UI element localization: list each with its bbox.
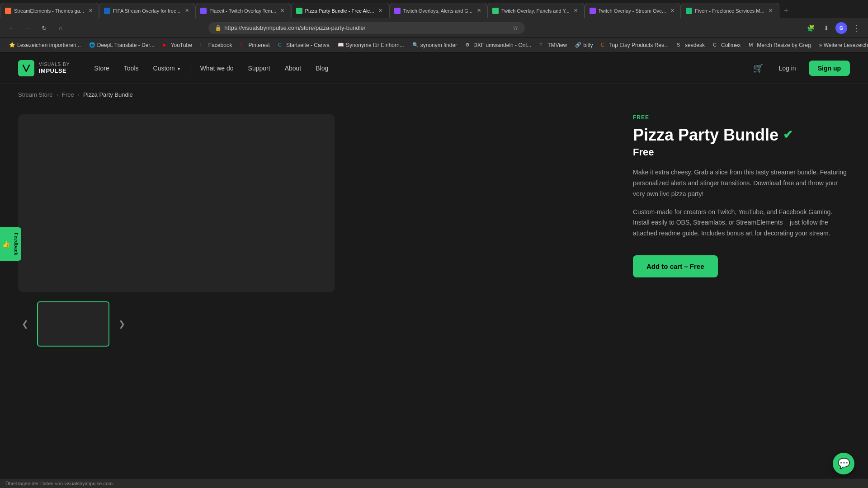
logo-text: VISUALS BY IMPULSE bbox=[39, 62, 70, 75]
tab-fiverr[interactable]: Fiverr - Freelance Services M... ✕ bbox=[681, 3, 779, 18]
cart-button[interactable]: 🛒 bbox=[750, 60, 766, 76]
forward-button[interactable]: → bbox=[22, 22, 34, 34]
tab-bar: StreamElements - Themes ga... ✕ FIFA Str… bbox=[0, 0, 868, 18]
bookmark-synonyme[interactable]: 📖 Synonyme für Einhorn... bbox=[334, 41, 408, 50]
bookmark-label: Top Etsy Products Res... bbox=[609, 42, 669, 48]
tab-favicon bbox=[104, 8, 110, 14]
thumbnail-next-button[interactable]: ❯ bbox=[115, 317, 128, 331]
tab-label: Placeit - Twitch Overlay Tem... bbox=[209, 8, 276, 14]
tab-close-icon[interactable]: ✕ bbox=[279, 7, 286, 14]
new-tab-button[interactable]: + bbox=[779, 3, 793, 18]
youtube-icon: ▶ bbox=[163, 42, 169, 48]
tab-close-icon[interactable]: ✕ bbox=[669, 7, 676, 14]
bookmarks-bar: ⭐ Lesezeichen importieren... 🌐 DeepL Tra… bbox=[0, 38, 868, 52]
bookmark-merch-resize[interactable]: M Merch Resize by Greg bbox=[745, 41, 814, 50]
etsy-icon: E bbox=[601, 42, 608, 48]
tab-twitchoverlays[interactable]: Twitch Overlay, Panels and Y... ✕ bbox=[487, 3, 584, 18]
bookmark-tmview[interactable]: T TMView bbox=[536, 41, 571, 50]
logo-byimpulse: IMPULSE bbox=[39, 67, 70, 75]
tab-label: StreamElements - Themes ga... bbox=[14, 8, 84, 14]
address-input[interactable]: 🔒 https://visualsbyimpulse.com/store/piz… bbox=[208, 22, 525, 34]
nav-support[interactable]: Support bbox=[242, 61, 277, 75]
back-button[interactable]: ← bbox=[5, 22, 18, 34]
star-icon[interactable]: ☆ bbox=[513, 24, 519, 32]
browser-actions: 🧩 ⬇ G ⋮ bbox=[805, 22, 863, 34]
tab-label: Twitch Overlay - Stream Ove... bbox=[599, 8, 666, 14]
main-content: ❮ ❯ FREE Pizza Party Bundle ✔ Free Make … bbox=[0, 105, 868, 374]
bookmark-deepl[interactable]: 🌐 DeepL Translate - Der... bbox=[85, 41, 158, 50]
tab-close-icon[interactable]: ✕ bbox=[572, 7, 580, 14]
bookmark-label: DeepL Translate - Der... bbox=[97, 42, 155, 48]
feedback-widget[interactable]: Feedback 👍 bbox=[0, 227, 21, 261]
nav-tools[interactable]: Tools bbox=[118, 61, 145, 75]
bookmark-etsy[interactable]: E Top Etsy Products Res... bbox=[598, 41, 672, 50]
bookmark-more-label: » Weitere Lesezeichen bbox=[819, 42, 868, 48]
breadcrumb-stream-store[interactable]: Stream Store bbox=[18, 91, 53, 98]
signup-button[interactable]: Sign up bbox=[809, 61, 850, 76]
breadcrumb-free[interactable]: Free bbox=[62, 91, 74, 98]
profile-button[interactable]: G bbox=[835, 22, 847, 34]
download-button[interactable]: ⬇ bbox=[820, 22, 833, 34]
tab-twitchoverlays2[interactable]: Twitch Overlay - Stream Ove... ✕ bbox=[585, 3, 681, 18]
tab-close-icon[interactable]: ✕ bbox=[377, 7, 384, 14]
thumbnail-prev-button[interactable]: ❮ bbox=[18, 317, 32, 331]
tab-label: FIFA Stream Overlay for free... bbox=[113, 8, 180, 14]
page: VISUALS BY IMPULSE Store Tools Custom ▾ … bbox=[0, 52, 868, 441]
chevron-down-icon: ▾ bbox=[178, 66, 180, 71]
product-title: Pizza Party Bundle ✔ bbox=[633, 125, 850, 145]
tab-twitch1[interactable]: Twitch Overlays, Alerts and G... ✕ bbox=[389, 3, 487, 18]
nav-blog[interactable]: Blog bbox=[309, 61, 335, 75]
tab-streamelements[interactable]: StreamElements - Themes ga... ✕ bbox=[0, 3, 99, 18]
bookmark-dxf[interactable]: ⚙ DXF umwandeln - Onl... bbox=[462, 41, 535, 50]
menu-button[interactable]: ⋮ bbox=[850, 22, 863, 34]
product-desc-1: Make it extra cheesy. Grab a slice from … bbox=[633, 167, 850, 199]
pinterest-icon: P bbox=[241, 42, 247, 48]
nav-whatwedo[interactable]: What we do bbox=[194, 61, 240, 75]
product-price: Free bbox=[633, 146, 850, 158]
bookmark-label: sevdesk bbox=[685, 42, 705, 48]
bookmark-more[interactable]: » Weitere Lesezeichen bbox=[816, 41, 868, 50]
product-desc-2: Custom-made for creators on Twitch, YouT… bbox=[633, 207, 850, 239]
bookmark-collmex[interactable]: C Collmex bbox=[709, 41, 744, 50]
bookmark-lesezeichen[interactable]: ⭐ Lesezeichen importieren... bbox=[5, 41, 85, 50]
lock-icon: 🔒 bbox=[215, 25, 222, 31]
product-badge: FREE bbox=[633, 114, 850, 121]
add-to-cart-button[interactable]: Add to cart – Free bbox=[633, 255, 718, 277]
tab-close-icon[interactable]: ✕ bbox=[767, 7, 774, 14]
tab-close-icon[interactable]: ✕ bbox=[183, 7, 190, 14]
address-text: https://visualsbyimpulse.com/store/pizza… bbox=[224, 24, 510, 31]
bookmark-sevdesk[interactable]: S sevdesk bbox=[673, 41, 708, 50]
bookmark-canva[interactable]: C Startseite - Canva bbox=[274, 41, 333, 50]
tab-fifa[interactable]: FIFA Stream Overlay for free... ✕ bbox=[99, 3, 195, 18]
extensions-button[interactable]: 🧩 bbox=[805, 22, 817, 34]
bookmark-favicon: 🔍 bbox=[412, 42, 419, 48]
bookmark-bitly[interactable]: 🔗 bitly bbox=[571, 41, 596, 50]
bookmark-label: bitly bbox=[583, 42, 593, 48]
login-button[interactable]: Log in bbox=[772, 61, 803, 75]
bookmark-synonym-finder[interactable]: 🔍 synonym finder bbox=[409, 41, 461, 50]
bookmark-label: synonym finder bbox=[420, 42, 457, 48]
logo[interactable]: VISUALS BY IMPULSE bbox=[18, 60, 70, 76]
product-title-text: Pizza Party Bundle bbox=[633, 125, 778, 145]
nav-about[interactable]: About bbox=[278, 61, 308, 75]
logo-icon bbox=[18, 60, 34, 76]
nav-store[interactable]: Store bbox=[88, 61, 115, 75]
feedback-label: Feedback bbox=[14, 233, 19, 255]
main-nav: Store Tools Custom ▾ What we do Support … bbox=[88, 61, 335, 75]
tab-placeit[interactable]: Placeit - Twitch Overlay Tem... ✕ bbox=[195, 3, 291, 18]
tab-pizzaparty[interactable]: Pizza Party Bundle - Free Ale... ✕ bbox=[291, 3, 389, 18]
bookmark-youtube[interactable]: ▶ YouTube bbox=[159, 41, 196, 50]
bookmark-pinterest[interactable]: P Pinterest bbox=[237, 41, 274, 50]
tab-close-icon[interactable]: ✕ bbox=[87, 7, 94, 14]
reload-button[interactable]: ↻ bbox=[38, 22, 51, 34]
tab-close-icon[interactable]: ✕ bbox=[475, 7, 482, 14]
bookmark-facebook[interactable]: f Facebook bbox=[197, 41, 236, 50]
home-button[interactable]: ⌂ bbox=[54, 22, 67, 34]
bookmark-label: YouTube bbox=[171, 42, 192, 48]
nav-divider bbox=[190, 64, 190, 73]
tab-favicon bbox=[394, 8, 401, 14]
tab-favicon bbox=[200, 8, 207, 14]
thumbnail-1[interactable] bbox=[37, 301, 109, 347]
nav-custom[interactable]: Custom ▾ bbox=[147, 61, 186, 75]
tab-favicon bbox=[296, 8, 302, 14]
